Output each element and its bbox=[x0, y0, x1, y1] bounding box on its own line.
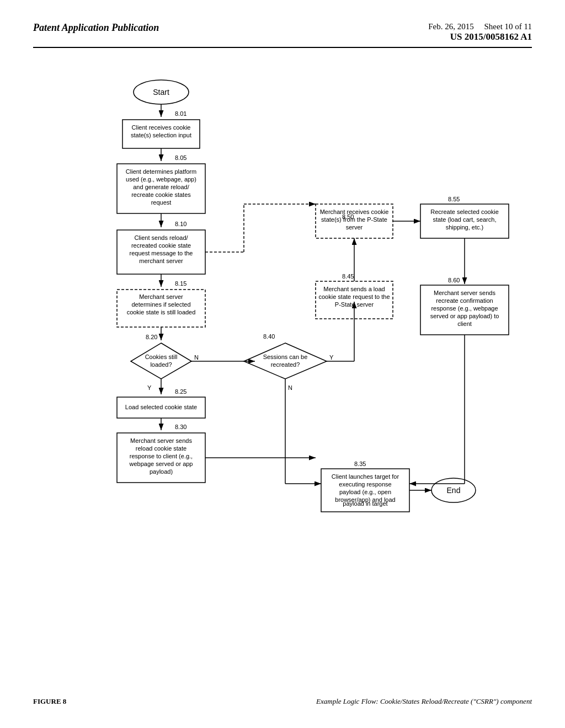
svg-text:response (e.g., webpage: response (e.g., webpage bbox=[431, 305, 498, 312]
svg-text:Merchant server: Merchant server bbox=[139, 293, 183, 300]
y-label-840: Y bbox=[329, 354, 334, 361]
svg-text:payload): payload) bbox=[150, 468, 173, 475]
figure-label: FIGURE 8 bbox=[33, 697, 66, 706]
y-label-820: Y bbox=[147, 384, 152, 391]
svg-text:Recreate selected cookie: Recreate selected cookie bbox=[430, 208, 499, 215]
svg-text:Sessions can be: Sessions can be bbox=[263, 354, 308, 360]
svg-text:webpage served or app: webpage served or app bbox=[129, 461, 193, 467]
page-header: Patent Application Publication Feb. 26, … bbox=[33, 22, 532, 48]
n840-label: 8.40 bbox=[263, 333, 275, 340]
svg-text:request: request bbox=[151, 199, 172, 206]
n801-text-line2: state(s) selection input bbox=[131, 132, 191, 138]
svg-text:reload cookie state: reload cookie state bbox=[136, 445, 186, 452]
n855-label: 8.55 bbox=[448, 196, 460, 202]
n860-label: 8.60 bbox=[448, 277, 460, 283]
pub-date-sheet: Feb. 26, 2015 Sheet 10 of 11 bbox=[428, 22, 532, 31]
svg-text:recreate confirmation: recreate confirmation bbox=[436, 297, 493, 304]
svg-text:shipping, etc.): shipping, etc.) bbox=[446, 224, 483, 231]
end-label: End bbox=[447, 486, 461, 495]
svg-text:server: server bbox=[346, 224, 363, 231]
svg-text:payload in target: payload in target bbox=[343, 500, 387, 507]
svg-text:recreate cookie states: recreate cookie states bbox=[131, 191, 191, 198]
flowchart-svg: Start 8.01 Client receives cookie state(… bbox=[45, 65, 520, 671]
svg-text:Merchant receives cookie: Merchant receives cookie bbox=[320, 208, 389, 215]
svg-text:Cookies still: Cookies still bbox=[145, 354, 178, 360]
n-label-840: N bbox=[288, 384, 292, 391]
n835-label: 8.35 bbox=[354, 461, 366, 467]
header-right: Feb. 26, 2015 Sheet 10 of 11 US 2015/005… bbox=[428, 22, 532, 42]
svg-text:merchant server: merchant server bbox=[139, 258, 183, 264]
start-label: Start bbox=[153, 88, 169, 97]
svg-text:cookie state is still loaded: cookie state is still loaded bbox=[127, 309, 196, 315]
svg-text:recreated cookie state: recreated cookie state bbox=[131, 242, 191, 249]
svg-text:Client launches target for: Client launches target for bbox=[332, 473, 399, 480]
svg-text:payload (e.g., open: payload (e.g., open bbox=[339, 489, 391, 495]
pub-number: US 2015/0058162 A1 bbox=[450, 31, 532, 42]
n820-label: 8.20 bbox=[146, 334, 157, 340]
sheet-info: Sheet 10 of 11 bbox=[484, 22, 532, 31]
svg-text:Client determines platform: Client determines platform bbox=[126, 168, 196, 175]
footer: FIGURE 8 Example Logic Flow: Cookie/Stat… bbox=[33, 697, 532, 706]
svg-text:loaded?: loaded? bbox=[150, 361, 172, 368]
figure-caption: Example Logic Flow: Cookie/States Reload… bbox=[316, 697, 532, 706]
svg-text:served or app payload) to: served or app payload) to bbox=[430, 313, 499, 319]
n810-label: 8.10 bbox=[175, 221, 186, 227]
patent-title: Patent Application Publication bbox=[33, 22, 159, 34]
n801-label: 8.01 bbox=[175, 110, 186, 117]
diagram-area: Start 8.01 Client receives cookie state(… bbox=[33, 65, 532, 671]
page: Patent Application Publication Feb. 26, … bbox=[0, 0, 565, 728]
svg-text:state(s) from the P-State: state(s) from the P-State bbox=[321, 216, 387, 223]
svg-text:request message to the: request message to the bbox=[130, 250, 193, 256]
svg-text:Merchant sends a load: Merchant sends a load bbox=[323, 286, 385, 292]
n825-label: 8.25 bbox=[175, 388, 186, 395]
svg-text:response to client (e.g.,: response to client (e.g., bbox=[130, 453, 193, 459]
svg-text:executing response: executing response bbox=[339, 481, 391, 488]
svg-text:Merchant server sends: Merchant server sends bbox=[130, 437, 192, 444]
n815-label: 8.15 bbox=[175, 280, 186, 287]
svg-text:state (load cart, search,: state (load cart, search, bbox=[433, 216, 497, 223]
svg-text:used (e.g., webpage, app): used (e.g., webpage, app) bbox=[126, 176, 196, 183]
n805-label: 8.05 bbox=[175, 154, 186, 161]
svg-text:P-State server: P-State server bbox=[335, 301, 374, 308]
svg-text:determines if selected: determines if selected bbox=[132, 301, 191, 308]
svg-text:and generate reload/: and generate reload/ bbox=[133, 184, 189, 190]
svg-text:recreated?: recreated? bbox=[271, 361, 300, 368]
svg-text:Client sends reload/: Client sends reload/ bbox=[134, 234, 188, 241]
n801-text-line1: Client receives cookie bbox=[132, 124, 191, 131]
svg-text:client: client bbox=[457, 320, 472, 327]
svg-text:Load selected cookie state: Load selected cookie state bbox=[125, 404, 197, 410]
n-label-820: N bbox=[194, 354, 199, 361]
n845-label: 8.45 bbox=[342, 273, 354, 280]
pub-date: Feb. 26, 2015 bbox=[428, 22, 474, 31]
svg-text:cookie state request to the: cookie state request to the bbox=[318, 293, 390, 300]
svg-text:Merchant server sends: Merchant server sends bbox=[434, 290, 495, 296]
n830-label: 8.30 bbox=[175, 424, 186, 430]
